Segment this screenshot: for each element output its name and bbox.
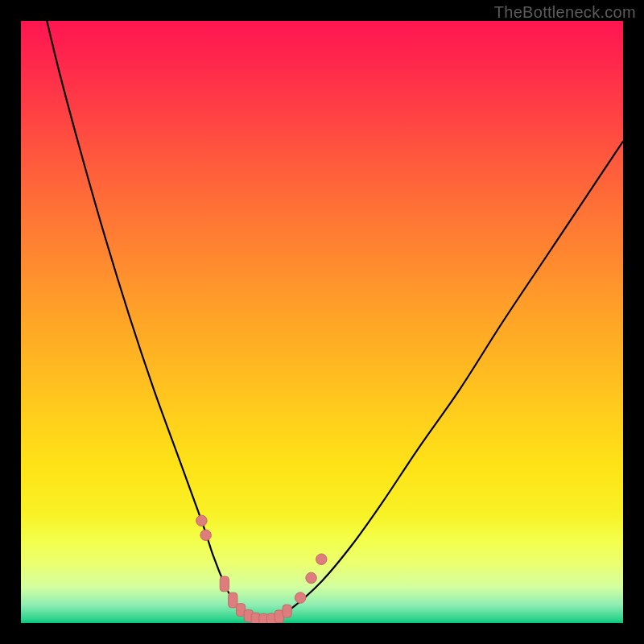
marker: [220, 576, 229, 592]
chart-frame: [21, 21, 623, 623]
marker: [283, 605, 291, 617]
marker: [306, 572, 316, 583]
curve-markers: [196, 515, 327, 623]
marker: [200, 530, 211, 540]
marker: [196, 515, 207, 526]
chart-svg: [21, 21, 623, 623]
marker: [316, 554, 327, 564]
bottleneck-curve: [33, 21, 623, 620]
watermark-text: TheBottleneck.com: [494, 3, 636, 22]
marker: [295, 592, 305, 603]
